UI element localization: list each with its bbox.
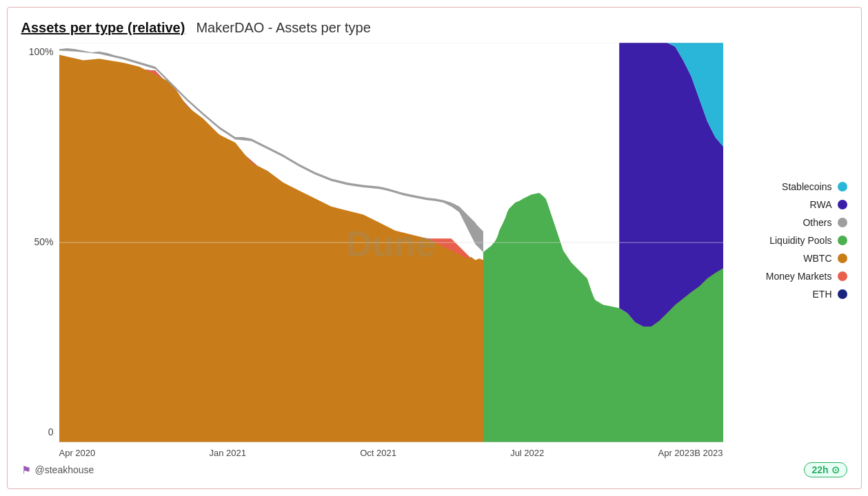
time-badge-text: 22h [811, 464, 828, 475]
x-label-apr2023: Apr 2023B 2023 [658, 448, 723, 458]
chart-header: Assets per type (relative) MakerDAO - As… [21, 20, 847, 36]
legend-label-others: Others [803, 217, 831, 228]
legend-label-eth: ETH [813, 289, 832, 300]
x-axis: Apr 2020 Jan 2021 Oct 2021 Jul 2022 Apr … [59, 445, 723, 458]
dune-logo-icon: ⚑ [21, 464, 31, 477]
attribution: ⚑ @steakhouse [21, 464, 94, 477]
x-label-jan2021: Jan 2021 [209, 448, 246, 458]
chart-title-main: Assets per type (relative) [21, 20, 185, 36]
legend-dot-rwa [838, 200, 847, 209]
attribution-text: @steakhouse [35, 464, 94, 475]
y-label-0: 0 [48, 426, 54, 437]
legend-item-liquidity-pools: Liquidity Pools [737, 235, 847, 246]
chart-title-sub: MakerDAO - Assets per type [196, 20, 370, 36]
chart-body: 100% 50% 0 Dune [21, 43, 847, 458]
x-label-oct2021: Oct 2021 [360, 448, 396, 458]
chart-svg-container: Dune [59, 43, 723, 445]
legend-label-wbtc: WBTC [803, 253, 831, 264]
legend-label-stablecoins: Stablecoins [782, 181, 831, 192]
legend-label-money-markets: Money Markets [766, 271, 832, 282]
chart-legend: Stablecoins RWA Others Liquidity Pools W… [723, 43, 847, 458]
time-badge: 22h ⊙ [804, 462, 847, 477]
legend-item-rwa: RWA [737, 199, 847, 210]
y-label-50: 50% [34, 236, 53, 247]
legend-item-others: Others [737, 217, 847, 228]
check-icon: ⊙ [831, 464, 840, 475]
legend-dot-others [838, 218, 847, 227]
chart-container: Assets per type (relative) MakerDAO - As… [7, 7, 862, 489]
legend-item-eth: ETH [737, 289, 847, 300]
chart-svg [59, 43, 723, 442]
x-label-apr2020: Apr 2020 [59, 448, 96, 458]
legend-label-liquidity-pools: Liquidity Pools [769, 235, 831, 246]
legend-dot-stablecoins [838, 182, 847, 192]
y-label-100: 100% [29, 46, 54, 57]
x-label-jul2022: Jul 2022 [510, 448, 544, 458]
chart-footer: ⚑ @steakhouse 22h ⊙ [21, 462, 847, 477]
chart-column: Dune [59, 43, 723, 458]
chart-and-legend: Dune [59, 43, 847, 458]
legend-dot-liquidity-pools [838, 236, 847, 245]
legend-dot-eth [838, 289, 847, 299]
y-axis: 100% 50% 0 [21, 43, 59, 458]
legend-dot-wbtc [838, 254, 847, 263]
legend-item-money-markets: Money Markets [737, 271, 847, 282]
legend-dot-money-markets [838, 271, 847, 281]
legend-label-rwa: RWA [810, 199, 832, 210]
legend-item-wbtc: WBTC [737, 253, 847, 264]
legend-item-stablecoins: Stablecoins [737, 181, 847, 192]
